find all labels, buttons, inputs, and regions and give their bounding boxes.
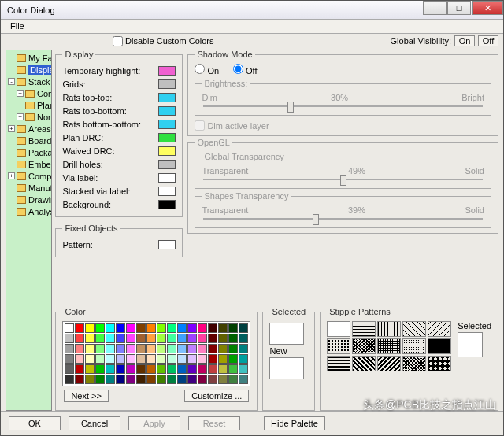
palette-cell[interactable] — [157, 323, 166, 333]
palette-cell[interactable] — [187, 375, 197, 384]
customize-button[interactable]: Customize ... — [184, 390, 249, 402]
palette-cell[interactable] — [228, 323, 238, 333]
minimize-button[interactable]: — — [423, 1, 447, 15]
palette-cell[interactable] — [75, 364, 84, 374]
palette-cell[interactable] — [65, 334, 74, 343]
palette-cell[interactable] — [106, 354, 115, 364]
palette-cell[interactable] — [167, 375, 176, 384]
color-swatch[interactable] — [158, 66, 176, 76]
stipple-cell[interactable] — [402, 338, 426, 354]
palette-cell[interactable] — [218, 323, 228, 333]
color-swatch[interactable] — [158, 146, 176, 156]
palette-cell[interactable] — [95, 364, 105, 374]
palette-cell[interactable] — [146, 364, 156, 374]
palette-cell[interactable] — [136, 364, 146, 374]
palette-cell[interactable] — [187, 354, 197, 364]
palette-cell[interactable] — [187, 344, 197, 353]
shadow-off-radio[interactable]: Off — [233, 64, 257, 76]
cancel-button[interactable]: Cancel — [69, 416, 120, 430]
palette-cell[interactable] — [167, 323, 176, 333]
palette-cell[interactable] — [228, 334, 238, 343]
palette-cell[interactable] — [85, 323, 94, 333]
tree-item[interactable]: Plan — [6, 99, 51, 111]
palette-cell[interactable] — [126, 364, 135, 374]
tree-item[interactable]: Analysis — [6, 205, 51, 217]
color-palette[interactable] — [62, 321, 250, 386]
palette-cell[interactable] — [85, 334, 94, 343]
tree-item[interactable]: Embedded Geom.. — [6, 158, 51, 170]
palette-cell[interactable] — [146, 334, 156, 343]
palette-cell[interactable] — [126, 323, 135, 333]
pattern-swatch[interactable] — [158, 240, 176, 249]
palette-cell[interactable] — [218, 364, 228, 374]
palette-cell[interactable] — [116, 323, 125, 333]
gv-on-button[interactable]: On — [454, 35, 475, 46]
palette-cell[interactable] — [136, 354, 146, 364]
expand-icon[interactable]: + — [8, 172, 15, 179]
palette-cell[interactable] — [65, 344, 74, 353]
menu-file[interactable]: File — [6, 20, 29, 32]
palette-cell[interactable] — [167, 344, 176, 353]
hide-palette-button[interactable]: Hide Palette — [264, 416, 325, 430]
palette-cell[interactable] — [95, 354, 105, 364]
disable-custom-colors-checkbox[interactable] — [113, 36, 123, 46]
palette-cell[interactable] — [239, 344, 248, 353]
palette-cell[interactable] — [116, 334, 125, 343]
palette-cell[interactable] — [177, 344, 187, 353]
expand-icon[interactable]: + — [8, 125, 15, 132]
stipple-cell[interactable] — [377, 356, 401, 371]
maximize-button[interactable]: □ — [447, 1, 471, 15]
palette-cell[interactable] — [177, 354, 187, 364]
palette-cell[interactable] — [126, 344, 135, 353]
palette-cell[interactable] — [198, 364, 207, 374]
tree-item[interactable]: +Areas — [6, 123, 51, 135]
palette-cell[interactable] — [146, 354, 156, 364]
stipple-grid[interactable] — [327, 321, 451, 371]
stipple-cell[interactable] — [402, 356, 426, 371]
palette-cell[interactable] — [177, 364, 187, 374]
tree-item[interactable]: Board Geometry — [6, 135, 51, 146]
stipple-cell[interactable] — [428, 321, 451, 337]
palette-cell[interactable] — [136, 334, 146, 343]
tree-item[interactable]: My Favorites — [6, 52, 51, 64]
palette-cell[interactable] — [239, 364, 248, 374]
palette-cell[interactable] — [116, 364, 125, 374]
palette-cell[interactable] — [65, 364, 74, 374]
close-button[interactable]: ✕ — [472, 1, 503, 15]
palette-cell[interactable] — [75, 323, 84, 333]
palette-cell[interactable] — [218, 375, 228, 384]
palette-cell[interactable] — [106, 344, 115, 353]
palette-cell[interactable] — [65, 375, 74, 384]
palette-cell[interactable] — [208, 344, 217, 353]
palette-cell[interactable] — [228, 354, 238, 364]
palette-cell[interactable] — [116, 354, 125, 364]
color-swatch[interactable] — [158, 106, 176, 116]
palette-cell[interactable] — [126, 354, 135, 364]
color-swatch[interactable] — [158, 200, 176, 209]
palette-cell[interactable] — [198, 334, 207, 343]
palette-cell[interactable] — [208, 334, 217, 343]
palette-cell[interactable] — [198, 344, 207, 353]
palette-cell[interactable] — [208, 323, 217, 333]
palette-cell[interactable] — [157, 334, 166, 343]
palette-cell[interactable] — [106, 334, 115, 343]
selected-swatch[interactable] — [269, 323, 304, 345]
palette-cell[interactable] — [116, 344, 125, 353]
palette-cell[interactable] — [177, 334, 187, 343]
palette-cell[interactable] — [239, 334, 248, 343]
palette-cell[interactable] — [208, 354, 217, 364]
palette-cell[interactable] — [157, 364, 166, 374]
color-swatch[interactable] — [158, 79, 176, 89]
stipple-cell[interactable] — [352, 338, 376, 354]
color-swatch[interactable] — [158, 173, 176, 183]
expand-icon[interactable]: + — [17, 90, 24, 97]
apply-button[interactable]: Apply — [128, 416, 180, 430]
stipple-cell[interactable] — [428, 338, 451, 354]
palette-cell[interactable] — [167, 354, 176, 364]
gv-off-button[interactable]: Off — [478, 35, 498, 46]
color-swatch[interactable] — [158, 120, 176, 129]
titlebar[interactable]: Color Dialog — □ ✕ — [1, 1, 503, 20]
palette-cell[interactable] — [136, 375, 146, 384]
new-swatch[interactable] — [269, 357, 304, 379]
palette-cell[interactable] — [95, 323, 105, 333]
